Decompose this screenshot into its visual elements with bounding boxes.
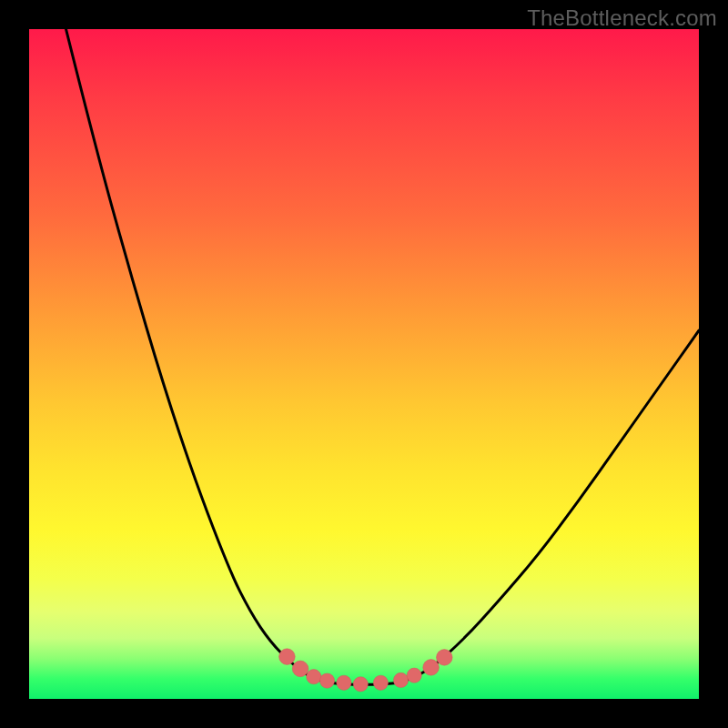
chart-frame: TheBottleneck.com bbox=[0, 0, 728, 728]
valley-marker bbox=[353, 677, 368, 692]
valley-marker bbox=[423, 660, 440, 676]
valley-marker bbox=[319, 673, 334, 688]
valley-marker bbox=[373, 675, 388, 690]
watermark-text: TheBottleneck.com bbox=[527, 5, 717, 31]
valley-marker bbox=[279, 649, 296, 665]
valley-marker bbox=[437, 650, 453, 666]
bottleneck-curve bbox=[66, 29, 700, 684]
valley-marker bbox=[292, 661, 308, 677]
valley-marker bbox=[407, 668, 421, 682]
valley-marker bbox=[307, 670, 321, 684]
chart-svg bbox=[29, 29, 699, 699]
plot-area bbox=[29, 29, 699, 699]
valley-marker bbox=[337, 675, 351, 690]
valley-marker bbox=[393, 672, 408, 687]
valley-markers bbox=[279, 649, 453, 692]
